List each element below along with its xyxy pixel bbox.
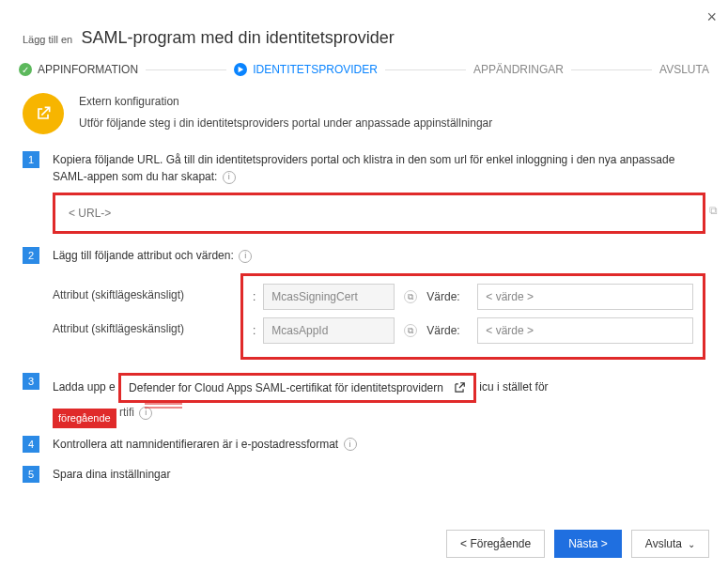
value-label: Värde:	[426, 290, 470, 303]
step-text: Ladda upp e Defender for Cloud Apps SAML…	[53, 373, 705, 423]
attribute-value-input-2[interactable]	[477, 317, 693, 344]
check-icon: ✓	[19, 63, 32, 76]
previous-button[interactable]: < Föregående	[446, 530, 545, 558]
stepper: ✓ APPINFORMATION IDENTITETSPROVIDER APPÄ…	[19, 57, 709, 93]
step-text: Kontrollera att namnidentifieraren är i …	[53, 436, 705, 453]
certificate-highlight-box[interactable]: Defender for Cloud Apps SAML-certifikat …	[118, 373, 476, 403]
step-label: AVSLUTA	[659, 63, 709, 76]
step4-text: Kontrollera att namnidentifieraren är i …	[53, 438, 338, 451]
attribute-row-2: : ⧉ Värde:	[253, 317, 693, 344]
step-label: APPINFORMATION	[38, 63, 138, 76]
previous-badge: föregående	[53, 409, 116, 428]
ext-desc: Utför följande steg i din identitetsprov…	[79, 115, 492, 132]
step-label: APPÄNDRINGAR	[473, 63, 564, 76]
dialog-header: Lägg till en SAML-program med din identi…	[0, 0, 728, 57]
step-label: IDENTITETSPROVIDER	[253, 63, 378, 76]
copy-icon[interactable]: ⧉	[404, 324, 417, 337]
step3-pre: Ladda upp e	[53, 380, 116, 394]
info-icon[interactable]: i	[239, 250, 252, 263]
step-number: 5	[23, 466, 39, 483]
step-text: Spara dina inställningar	[53, 466, 705, 483]
header-title: SAML-program med din identitetsprovider	[82, 28, 395, 48]
instruction-step-1: 1 Kopiera följande URL. Gå till din iden…	[23, 151, 705, 234]
close-icon[interactable]: ×	[706, 8, 717, 27]
info-icon[interactable]: i	[344, 438, 357, 451]
step-idp[interactable]: IDENTITETSPROVIDER	[234, 63, 378, 76]
finish-label: Avsluta	[645, 537, 682, 550]
external-config-header: Extern konfiguration Utför följande steg…	[23, 93, 705, 134]
step-number: 1	[23, 151, 39, 168]
value-label: Värde:	[426, 324, 470, 337]
step1-text: Kopiera följande URL. Gå till din identi…	[53, 153, 674, 183]
colon: :	[253, 324, 256, 337]
attribute-value-input-1[interactable]	[477, 284, 693, 310]
attribute-name-input-1[interactable]	[263, 284, 395, 310]
certificate-link[interactable]: Defender for Cloud Apps SAML-certifikat …	[129, 379, 443, 396]
copy-icon[interactable]: ⧉	[709, 204, 726, 221]
step3-tail: rtifi	[119, 406, 134, 419]
step-number: 4	[23, 436, 39, 453]
url-field[interactable]: < URL->	[61, 203, 697, 224]
divider	[385, 69, 466, 70]
ext-title: Extern konfiguration	[79, 93, 492, 111]
step-text: Lägg till följande attribut och värden: …	[53, 247, 705, 264]
chevron-down-icon: ⌄	[688, 539, 695, 549]
header-pretext: Lägg till en	[23, 34, 72, 45]
divider	[146, 69, 226, 70]
attributes-highlight-box: : ⧉ Värde: : ⧉ Värde:	[240, 273, 705, 360]
play-icon	[234, 63, 247, 76]
step2-text: Lägg till följande attribut och värden:	[53, 249, 234, 262]
divider	[571, 69, 652, 70]
attribute-row-1: : ⧉ Värde:	[253, 284, 693, 310]
instruction-step-5: 5 Spara dina inställningar	[23, 466, 705, 483]
step-number: 3	[23, 373, 39, 390]
attribute-label-2: Attribut (skiftlägeskänsligt)	[53, 322, 212, 335]
external-link-icon	[453, 381, 466, 394]
external-link-icon	[23, 93, 64, 134]
instruction-step-4: 4 Kontrollera att namnidentifieraren är …	[23, 436, 705, 453]
finish-dropdown-button[interactable]: Avsluta ⌄	[631, 530, 709, 558]
instruction-step-2: 2 Lägg till följande attribut och värden…	[23, 247, 705, 360]
url-highlight-box: < URL->	[53, 193, 705, 234]
step3-post: icu i stället för	[479, 380, 548, 394]
colon: :	[253, 290, 256, 303]
instruction-step-3: 3 Ladda upp e Defender for Cloud Apps SA…	[23, 373, 705, 423]
step-appchanges[interactable]: APPÄNDRINGAR	[473, 63, 564, 76]
step-appinfo[interactable]: ✓ APPINFORMATION	[19, 63, 138, 76]
step-number: 2	[23, 247, 39, 264]
info-icon[interactable]: i	[139, 407, 152, 420]
step-text: Kopiera följande URL. Gå till din identi…	[53, 151, 705, 185]
next-button[interactable]: Nästa >	[554, 530, 622, 558]
step-finish[interactable]: AVSLUTA	[659, 63, 709, 76]
copy-icon[interactable]: ⧉	[404, 290, 417, 303]
attribute-name-input-2[interactable]	[263, 317, 395, 344]
dialog-footer: < Föregående Nästa > Avsluta ⌄	[446, 530, 709, 558]
attribute-label-1: Attribut (skiftlägeskänsligt)	[53, 288, 212, 301]
info-icon[interactable]: i	[223, 171, 236, 184]
svg-marker-0	[239, 67, 244, 72]
